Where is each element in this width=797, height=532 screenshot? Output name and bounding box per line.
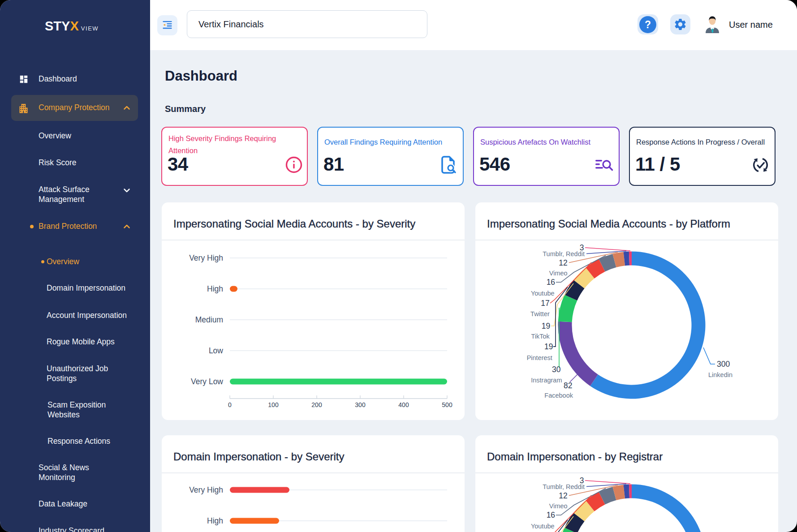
- svg-text:Very Low: Very Low: [191, 377, 223, 386]
- svg-text:Vimeo: Vimeo: [549, 502, 568, 510]
- svg-text:19: 19: [544, 342, 553, 351]
- svg-text:Medium: Medium: [195, 315, 223, 324]
- svg-text:Pinterest: Pinterest: [527, 354, 552, 361]
- svg-text:200: 200: [311, 401, 322, 408]
- svg-text:High: High: [207, 284, 223, 293]
- svg-text:Twitter: Twitter: [530, 310, 550, 317]
- svg-text:16: 16: [547, 511, 555, 519]
- svg-text:19: 19: [542, 322, 550, 330]
- svg-text:12: 12: [559, 258, 567, 267]
- svg-text:400: 400: [398, 401, 409, 408]
- svg-text:Instragram: Instragram: [531, 377, 562, 384]
- svg-text:12: 12: [559, 491, 567, 500]
- svg-text:0: 0: [228, 401, 232, 408]
- svg-text:Youtube: Youtube: [531, 523, 555, 530]
- svg-text:Youtube: Youtube: [531, 290, 555, 297]
- svg-text:Low: Low: [209, 346, 223, 355]
- svg-text:?: ?: [645, 19, 651, 30]
- svg-text:500: 500: [442, 401, 452, 408]
- svg-text:82: 82: [564, 381, 572, 390]
- svg-text:Facebook: Facebook: [544, 392, 573, 399]
- svg-text:17: 17: [541, 299, 549, 308]
- svg-text:Vimeo: Vimeo: [549, 270, 568, 277]
- svg-text:100: 100: [268, 401, 279, 408]
- svg-text:Very High: Very High: [189, 485, 223, 494]
- svg-text:30: 30: [552, 365, 561, 374]
- svg-text:300: 300: [717, 360, 730, 369]
- svg-text:Very High: Very High: [189, 253, 223, 262]
- svg-text:16: 16: [547, 278, 555, 287]
- svg-text:Tumblr, Reddit: Tumblr, Reddit: [543, 483, 585, 490]
- svg-text:TikTok: TikTok: [531, 333, 550, 340]
- svg-text:300: 300: [355, 401, 366, 408]
- svg-text:Linkedin: Linkedin: [708, 371, 732, 378]
- svg-text:High: High: [207, 516, 223, 525]
- svg-text:Tumblr, Reddit: Tumblr, Reddit: [543, 250, 585, 257]
